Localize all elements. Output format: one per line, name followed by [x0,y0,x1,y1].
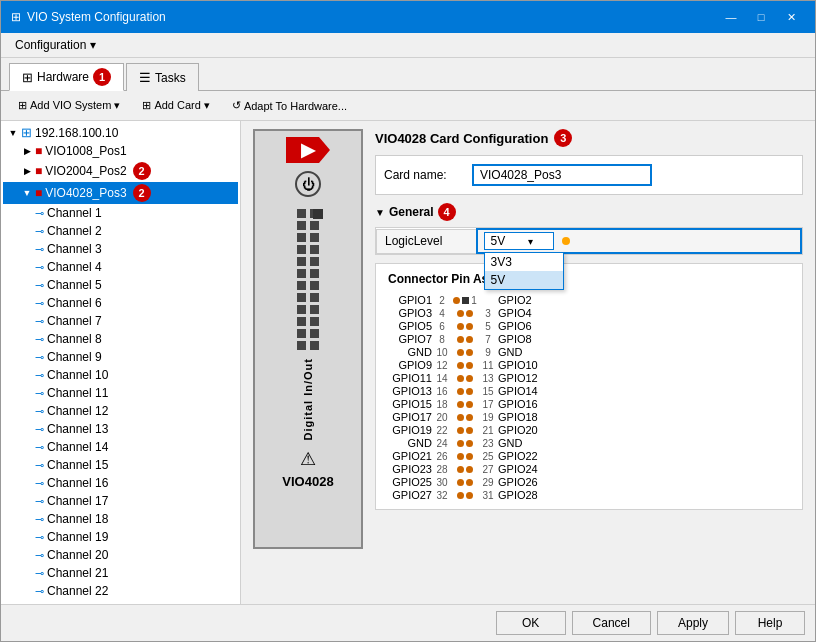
p-num-r-7: 7 [480,334,496,345]
configuration-menu[interactable]: Configuration ▾ [9,36,102,54]
pin-row-7 [297,281,319,290]
tree-vio4028[interactable]: ▼ ■ VIO4028_Pos3 2 [3,182,238,204]
ch19-icon: ⊸ [35,531,44,544]
prop-header-row: LogicLevel 5V ▾ [377,229,802,253]
tree-channel-22[interactable]: ⊸ Channel 22 [3,582,238,600]
p-gpio26-r: GPIO26 [498,476,542,488]
tasks-tab-label: Tasks [155,71,186,85]
adapt-hardware-button[interactable]: ↺ Adapt To Hardware... [223,95,356,116]
card-visual-name: VIO4028 [282,474,333,489]
root-expand-icon[interactable]: ▼ [5,128,21,138]
tree-channel-9[interactable]: ⊸ Channel 9 [3,348,238,366]
p-pins-7 [452,375,478,382]
ch6-label: Channel 6 [47,296,102,310]
p-pins-3 [452,323,478,330]
tab-tasks[interactable]: ☰ Tasks [126,63,199,91]
p-num-10: 10 [434,347,450,358]
orange-dot [562,237,570,245]
option-3v3[interactable]: 3V3 [485,253,563,271]
tree-channel-2[interactable]: ⊸ Channel 2 [3,222,238,240]
tree-channel-8[interactable]: ⊸ Channel 8 [3,330,238,348]
tree-channel-18[interactable]: ⊸ Channel 18 [3,510,238,528]
maximize-button[interactable]: □ [747,7,775,27]
tree-channel-12[interactable]: ⊸ Channel 12 [3,402,238,420]
window-icon: ⊞ [11,10,21,24]
close-button[interactable]: ✕ [777,7,805,27]
adapt-icon: ↺ [232,99,241,112]
vio1008-label: VIO1008_Pos1 [45,144,126,158]
tree-channel-19[interactable]: ⊸ Channel 19 [3,528,238,546]
tree-channel-10[interactable]: ⊸ Channel 10 [3,366,238,384]
tab-hardware[interactable]: ⊞ Hardware 1 [9,63,124,91]
p-num-r-17: 17 [480,399,496,410]
ch18-label: Channel 18 [47,512,108,526]
p-gpio27-l: GPIO27 [388,489,432,501]
hardware-badge: 1 [93,68,111,86]
ok-button[interactable]: OK [496,611,566,635]
tree-channel-20[interactable]: ⊸ Channel 20 [3,546,238,564]
card-body: ▶ ⏻ [253,129,363,549]
ch2-label: Channel 2 [47,224,102,238]
add-vio-system-button[interactable]: ⊞ Add VIO System ▾ [9,95,129,116]
pin-row-3 [297,233,319,242]
tree-channel-3[interactable]: ⊸ Channel 3 [3,240,238,258]
title-bar-left: ⊞ VIO System Configuration [11,10,166,24]
option-5v[interactable]: 5V [485,271,563,289]
minimize-button[interactable]: — [717,7,745,27]
p-gpio22-r: GPIO22 [498,450,542,462]
ch15-label: Channel 15 [47,458,108,472]
pin-connector-block [297,209,319,350]
collapse-arrow-icon[interactable]: ▼ [375,207,385,218]
ch19-label: Channel 19 [47,530,108,544]
ch3-icon: ⊸ [35,243,44,256]
title-bar-controls: — □ ✕ [717,7,805,27]
tree-channel-17[interactable]: ⊸ Channel 17 [3,492,238,510]
help-button[interactable]: Help [735,611,805,635]
tree-channel-1[interactable]: ⊸ Channel 1 [3,204,238,222]
p-pins-11 [452,427,478,434]
tree-channel-15[interactable]: ⊸ Channel 15 [3,456,238,474]
p-gpio2-r: GPIO2 [498,294,542,306]
tree-channel-21[interactable]: ⊸ Channel 21 [3,564,238,582]
tree-channel-5[interactable]: ⊸ Channel 5 [3,276,238,294]
adapt-label: Adapt To Hardware... [244,100,347,112]
vio1008-expand[interactable]: ▶ [19,146,35,156]
p-gpio5-l: GPIO5 [388,320,432,332]
add-card-label: Add Card ▾ [154,99,210,112]
tree-channel-6[interactable]: ⊸ Channel 6 [3,294,238,312]
tree-channel-14[interactable]: ⊸ Channel 14 [3,438,238,456]
tree-channel-4[interactable]: ⊸ Channel 4 [3,258,238,276]
p-num-30: 30 [434,477,450,488]
tree-channel-16[interactable]: ⊸ Channel 16 [3,474,238,492]
tree-root[interactable]: ▼ ⊞ 192.168.100.10 [3,123,238,142]
ch13-label: Channel 13 [47,422,108,436]
ch6-icon: ⊸ [35,297,44,310]
apply-button[interactable]: Apply [657,611,729,635]
ch12-label: Channel 12 [47,404,108,418]
logic-select-box[interactable]: 5V ▾ [484,232,554,250]
pin-row-4 [297,245,319,254]
cancel-button[interactable]: Cancel [572,611,651,635]
vio4028-expand[interactable]: ▼ [19,188,35,198]
vio2004-expand[interactable]: ▶ [19,166,35,176]
pin-sq-indicator [313,209,323,219]
vio2004-label: VIO2004_Pos2 [45,164,126,178]
p-gpio28-r: GPIO28 [498,489,542,501]
add-card-button[interactable]: ⊞ Add Card ▾ [133,95,219,116]
p-num-r-19: 19 [480,412,496,423]
ch3-label: Channel 3 [47,242,102,256]
tree-channel-7[interactable]: ⊸ Channel 7 [3,312,238,330]
ch16-label: Channel 16 [47,476,108,490]
vio2004-badge: 2 [133,162,151,180]
tree-channel-11[interactable]: ⊸ Channel 11 [3,384,238,402]
ch4-label: Channel 4 [47,260,102,274]
card-name-row: Card name: [384,164,794,186]
tree-vio2004[interactable]: ▶ ■ VIO2004_Pos2 2 [3,160,238,182]
tree-vio1008[interactable]: ▶ ■ VIO1008_Pos1 [3,142,238,160]
p-num-18: 18 [434,399,450,410]
vio4028-badge: 2 [133,184,151,202]
p-gpio3-l: GPIO3 [388,307,432,319]
p-pins-14 [452,466,478,473]
tree-channel-13[interactable]: ⊸ Channel 13 [3,420,238,438]
card-name-input[interactable] [472,164,652,186]
